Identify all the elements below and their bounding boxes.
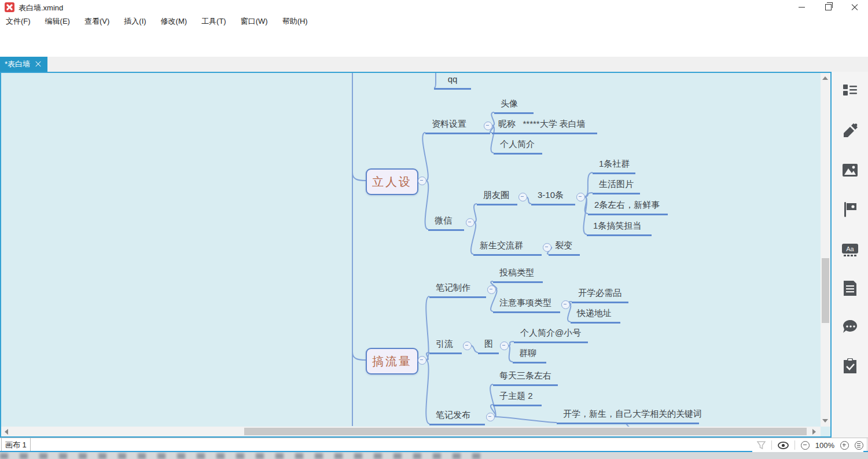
status-divider: [771, 440, 772, 450]
minimize-icon: [799, 7, 805, 8]
topic-freshman-group[interactable]: 新生交流群: [473, 240, 542, 256]
background-sliver: [0, 452, 868, 459]
tab-close-icon[interactable]: [35, 61, 41, 67]
label-panel-button[interactable]: Aa: [842, 242, 858, 258]
topic-1-funny[interactable]: 1条搞笑担当: [587, 221, 652, 236]
menu-view[interactable]: 查看(V): [84, 16, 109, 27]
collapse-button[interactable]: [418, 356, 426, 365]
scroll-right-icon[interactable]: [812, 429, 816, 435]
menu-help[interactable]: 帮助(H): [282, 16, 308, 27]
collapse-button[interactable]: [543, 243, 551, 252]
collapse-button[interactable]: [484, 122, 492, 130]
svg-text:Aa: Aa: [846, 245, 854, 252]
zoom-in-button[interactable]: [840, 441, 849, 450]
collapse-button[interactable]: [487, 285, 496, 294]
image-icon: [843, 164, 858, 177]
menu-edit[interactable]: 编辑(E): [45, 16, 70, 27]
topic-submission-type[interactable]: 投稿类型: [493, 267, 543, 283]
topic-life-photos[interactable]: 生活图片: [593, 179, 640, 194]
topic-nickname[interactable]: 昵称 *****大学 表白墙: [492, 119, 597, 134]
topic-three-per-day[interactable]: 每天三条左右: [493, 370, 558, 386]
topic-image[interactable]: 图: [478, 339, 499, 354]
topic-note-publishing[interactable]: 笔记发布: [429, 410, 485, 425]
title-bar: 表白墙.xmind: [0, 0, 868, 14]
document-tab-label: *表白墙: [5, 59, 30, 69]
sheet-tab[interactable]: 画布 1: [1, 438, 31, 452]
comment-panel-button[interactable]: [842, 320, 858, 336]
topic-profile-setup[interactable]: 资料设置: [425, 119, 490, 134]
close-button[interactable]: [841, 0, 868, 14]
topic-delivery-address[interactable]: 快递地址: [571, 308, 620, 324]
style-brush-icon: [843, 123, 858, 138]
topic-3-10-posts[interactable]: 3-10条: [531, 190, 575, 205]
collapse-button[interactable]: [466, 218, 475, 227]
horizontal-scrollbar-thumb[interactable]: [244, 428, 807, 435]
topic-diversion[interactable]: 引流: [429, 339, 462, 354]
collapse-button[interactable]: [486, 413, 495, 421]
mindmap-connectors: [1, 73, 830, 436]
topic-moments[interactable]: 朋友圈: [477, 190, 517, 205]
menu-bar: 文件(F) 编辑(E) 查看(V) 插入(I) 修改(M) 工具(T) 窗口(W…: [0, 14, 868, 28]
collapse-button[interactable]: [576, 193, 585, 201]
topic-1-community[interactable]: 1条社群: [593, 159, 635, 174]
marker-panel-button[interactable]: [842, 201, 858, 218]
menu-window[interactable]: 窗口(W): [241, 16, 268, 27]
notes-icon: [843, 281, 857, 296]
xmind-window: 表白墙.xmind 文件(F) 编辑(E) 查看(V) 插入(I) 修改(M) …: [0, 0, 868, 459]
vertical-scrollbar[interactable]: [821, 73, 830, 427]
collapse-button[interactable]: [463, 342, 472, 350]
topic-2-news[interactable]: 2条左右，新鲜事: [588, 200, 668, 215]
filter-icon[interactable]: [757, 441, 766, 449]
scroll-left-icon[interactable]: [5, 429, 8, 435]
topic-structure-panel-button[interactable]: [842, 82, 858, 98]
scroll-down-icon[interactable]: [822, 419, 828, 423]
topic-avatar[interactable]: 头像: [494, 98, 534, 114]
topic-persona[interactable]: 立人设: [366, 168, 418, 195]
task-clipboard-icon: [843, 358, 857, 373]
style-panel-button[interactable]: [842, 123, 858, 139]
topic-fission[interactable]: 裂变: [549, 240, 580, 256]
topic-note-making[interactable]: 笔记制作: [429, 282, 486, 298]
minimize-button[interactable]: [788, 0, 815, 14]
topic-wechat[interactable]: 微信: [428, 215, 464, 231]
collapse-button[interactable]: [500, 342, 509, 350]
topic-bio-alt-account[interactable]: 个人简介@小号: [514, 328, 588, 343]
topic-bio[interactable]: 个人简介: [494, 139, 542, 155]
zoom-out-button[interactable]: [801, 441, 810, 450]
window-title: 表白墙.xmind: [19, 3, 63, 13]
menu-file[interactable]: 文件(F): [6, 16, 31, 27]
zoom-fit-button[interactable]: [855, 441, 863, 450]
show-hide-eye-icon[interactable]: [778, 442, 789, 449]
restore-button[interactable]: [815, 0, 841, 14]
toolbar: •••: [0, 28, 868, 57]
image-panel-button[interactable]: [842, 162, 858, 178]
xmind-logo-icon: [5, 2, 14, 12]
menu-modify[interactable]: 修改(M): [161, 16, 187, 27]
menu-insert[interactable]: 插入(I): [124, 16, 146, 27]
right-sidebar: Aa: [832, 72, 868, 438]
topic-structure-icon: [843, 83, 858, 97]
document-tab[interactable]: *表白墙: [0, 57, 47, 72]
restore-icon: [825, 4, 832, 10]
collapse-button[interactable]: [418, 177, 426, 185]
menu-tools[interactable]: 工具(T): [201, 16, 226, 27]
topic-group-chat[interactable]: 群聊: [513, 348, 546, 363]
mindmap-canvas[interactable]: qq 资料设置 头像 昵称 *****大学 表白墙 个人简介 立人设 微信 朋友…: [0, 72, 832, 438]
collapse-button[interactable]: [561, 300, 570, 309]
topic-traffic[interactable]: 搞流量: [366, 348, 418, 374]
topic-notice-type[interactable]: 注意事项类型: [493, 298, 560, 313]
topic-school-essentials[interactable]: 开学必需品: [572, 288, 628, 303]
task-info-panel-button[interactable]: [842, 358, 858, 374]
topic-subtopic-2[interactable]: 子主题 2: [493, 391, 542, 406]
close-icon: [851, 4, 858, 11]
topic-qq[interactable]: qq: [434, 74, 471, 90]
label-icon: Aa: [842, 244, 858, 256]
collapse-button[interactable]: [518, 193, 527, 201]
horizontal-scrollbar[interactable]: [1, 427, 821, 436]
scroll-up-icon[interactable]: [822, 76, 828, 80]
vertical-scrollbar-thumb[interactable]: [822, 258, 829, 323]
sheet-tab-strip: [28, 438, 867, 452]
notes-panel-button[interactable]: [842, 280, 858, 296]
status-divider: [795, 440, 795, 450]
topic-keywords[interactable]: 开学，新生，自己大学相关的关键词: [557, 409, 699, 424]
